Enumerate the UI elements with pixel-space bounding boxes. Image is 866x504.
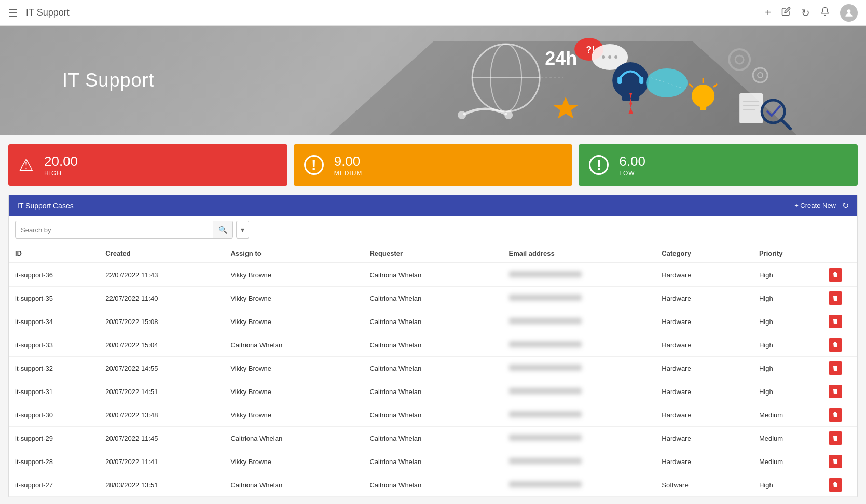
stat-info-low: 6.00 LOW (619, 153, 645, 177)
search-button[interactable]: 🔍 (213, 221, 232, 239)
cell-action (822, 357, 857, 380)
delete-button[interactable] (829, 455, 842, 468)
cell-action (822, 263, 857, 287)
stat-card-high[interactable]: ⚠ 20.00 HIGH (8, 144, 287, 186)
user-avatar[interactable] (840, 4, 858, 22)
svg-point-28 (504, 111, 513, 119)
cell-priority: Medium (753, 403, 822, 427)
banner-title: IT Support (0, 69, 154, 91)
svg-point-24 (735, 55, 744, 64)
col-header-requester: Requester (363, 244, 502, 263)
svg-rect-30 (739, 93, 763, 123)
svg-text:24h: 24h (545, 48, 577, 69)
cell-id: it-support-36 (9, 263, 99, 287)
cell-assign: Vikky Browne (224, 357, 363, 380)
cell-id: it-support-32 (9, 357, 99, 380)
cell-created: 20/07/2022 15:04 (99, 333, 224, 357)
cell-requester: Caitriona Whelan (363, 403, 502, 427)
cases-table-body: it-support-36 22/07/2022 11:43 Vikky Bro… (9, 263, 857, 497)
cases-header-actions: + Create New ↻ (794, 201, 849, 211)
cell-category: Hardware (655, 310, 753, 333)
cell-assign: Vikky Browne (224, 403, 363, 427)
cell-email (503, 287, 656, 310)
cell-assign: Vikky Browne (224, 380, 363, 403)
cell-action (822, 450, 857, 473)
delete-button[interactable] (829, 338, 842, 352)
cell-id: it-support-35 (9, 287, 99, 310)
svg-point-18 (692, 85, 714, 107)
table-row: it-support-27 28/03/2022 13:51 Caitriona… (9, 473, 857, 497)
nav-right: + ↻ (765, 4, 858, 22)
bell-icon[interactable] (820, 7, 830, 19)
cell-priority: High (753, 310, 822, 333)
col-header-email: Email address (503, 244, 656, 263)
top-navigation: ☰ IT Support + ↻ (0, 0, 866, 26)
search-input-wrap: 🔍 (15, 221, 233, 239)
stat-card-low[interactable]: ! 6.00 LOW (579, 144, 858, 186)
table-row: it-support-32 20/07/2022 14:55 Vikky Bro… (9, 357, 857, 380)
cases-refresh-icon[interactable]: ↻ (842, 201, 849, 211)
cell-category: Software (655, 473, 753, 497)
create-new-button[interactable]: + Create New (794, 202, 836, 209)
cell-requester: Caitriona Whelan (363, 450, 502, 473)
cell-email (503, 403, 656, 427)
low-icon: ! (589, 155, 609, 175)
delete-button[interactable] (829, 431, 842, 445)
cell-created: 28/03/2022 13:51 (99, 473, 224, 497)
cell-assign: Caitriona Whelan (224, 473, 363, 497)
stat-card-medium[interactable]: ! 9.00 MEDIUM (294, 144, 573, 186)
cell-created: 22/07/2022 11:40 (99, 287, 224, 310)
svg-point-11 (614, 55, 617, 59)
cell-email (503, 427, 656, 450)
table-row: it-support-31 20/07/2022 14:51 Vikky Bro… (9, 380, 857, 403)
svg-rect-15 (639, 77, 643, 84)
cell-action (822, 287, 857, 310)
cell-action (822, 403, 857, 427)
refresh-icon[interactable]: ↻ (801, 7, 810, 19)
cell-requester: Caitriona Whelan (363, 310, 502, 333)
col-header-priority: Priority (753, 244, 822, 263)
cell-category: Hardware (655, 403, 753, 427)
delete-button[interactable] (829, 361, 842, 375)
cell-id: it-support-30 (9, 403, 99, 427)
table-header: ID Created Assign to Requester Email add… (9, 244, 857, 263)
menu-icon[interactable]: ☰ (8, 7, 18, 19)
cell-requester: Caitriona Whelan (363, 333, 502, 357)
low-label: LOW (619, 170, 645, 177)
medium-label: MEDIUM (334, 170, 363, 177)
delete-button[interactable] (829, 478, 842, 492)
cell-email (503, 310, 656, 333)
cell-priority: High (753, 263, 822, 287)
delete-button[interactable] (829, 385, 842, 398)
table-row: it-support-33 20/07/2022 15:04 Caitriona… (9, 333, 857, 357)
add-icon[interactable]: + (765, 7, 771, 19)
high-icon: ⚠ (19, 155, 34, 175)
delete-button[interactable] (829, 268, 842, 282)
cell-created: 20/07/2022 11:41 (99, 450, 224, 473)
delete-button[interactable] (829, 315, 842, 328)
svg-rect-19 (700, 106, 706, 110)
search-input[interactable] (16, 226, 213, 234)
col-header-created: Created (99, 244, 224, 263)
delete-button[interactable] (829, 291, 842, 305)
cell-email (503, 380, 656, 403)
cell-created: 20/07/2022 11:45 (99, 427, 224, 450)
table-row: it-support-34 20/07/2022 15:08 Vikky Bro… (9, 310, 857, 333)
cell-category: Hardware (655, 263, 753, 287)
svg-rect-14 (617, 77, 622, 84)
cell-priority: High (753, 380, 822, 403)
banner: IT Support 24h ?! (0, 26, 866, 135)
cell-action (822, 310, 857, 333)
high-value: 20.00 (44, 153, 78, 170)
table-row: it-support-30 20/07/2022 13:48 Vikky Bro… (9, 403, 857, 427)
search-dropdown-button[interactable]: ▾ (236, 221, 249, 239)
delete-button[interactable] (829, 408, 842, 422)
cell-email (503, 333, 656, 357)
table-row: it-support-36 22/07/2022 11:43 Vikky Bro… (9, 263, 857, 287)
svg-point-26 (758, 73, 763, 78)
edit-icon[interactable] (781, 7, 791, 19)
cell-created: 20/07/2022 14:51 (99, 380, 224, 403)
cell-id: it-support-27 (9, 473, 99, 497)
cell-action (822, 473, 857, 497)
cell-created: 20/07/2022 13:48 (99, 403, 224, 427)
